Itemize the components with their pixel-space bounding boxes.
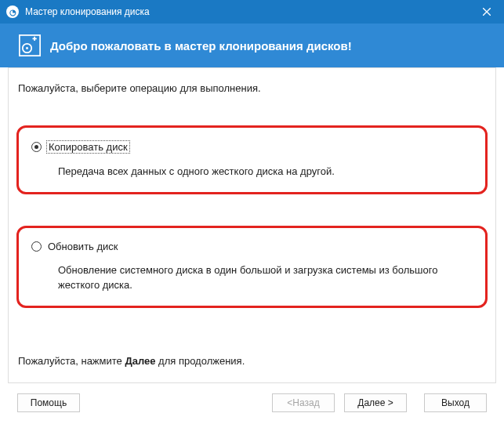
option-upgrade-disk: Обновить диск Обновление системного диск…	[16, 226, 488, 308]
svg-point-4	[26, 47, 28, 49]
back-button[interactable]: <Назад	[272, 393, 335, 412]
continue-hint: Пожалуйста, нажмите Далее для продолжени…	[18, 355, 245, 367]
intro-text: Пожалуйста, выберите операцию для выполн…	[18, 82, 486, 94]
continue-prefix: Пожалуйста, нажмите	[18, 355, 125, 367]
option-upgrade-disk-desc: Обновление системного диска в один больш…	[58, 263, 471, 293]
help-button[interactable]: Помощь	[17, 393, 80, 412]
close-icon	[483, 8, 491, 16]
wizard-header: Добро пожаловать в мастер клонирования д…	[0, 24, 504, 67]
next-button[interactable]: Далее >	[344, 393, 407, 412]
exit-button[interactable]: Выход	[424, 393, 487, 412]
radio-upgrade-disk[interactable]	[31, 241, 42, 252]
option-copy-disk: Копировать диск Передача всех данных с о…	[16, 125, 488, 194]
continue-bold: Далее	[125, 355, 155, 367]
titlebar: ◔ Мастер клонирования диска	[0, 0, 504, 24]
wizard-content: Пожалуйста, выберите операцию для выполн…	[8, 67, 496, 383]
disk-clone-icon	[19, 34, 41, 56]
close-button[interactable]	[469, 0, 504, 24]
radio-copy-disk-label[interactable]: Копировать диск	[46, 140, 130, 154]
continue-suffix: для продолжения.	[155, 355, 245, 367]
wizard-footer: Помощь <Назад Далее > Выход	[0, 383, 504, 422]
app-icon: ◔	[6, 5, 19, 18]
radio-upgrade-disk-label[interactable]: Обновить диск	[46, 241, 120, 252]
option-copy-disk-desc: Передача всех данных с одного жесткого д…	[58, 165, 471, 179]
wizard-header-text: Добро пожаловать в мастер клонирования д…	[50, 39, 352, 53]
window-title: Мастер клонирования диска	[25, 6, 469, 17]
radio-copy-disk[interactable]	[31, 142, 42, 152]
